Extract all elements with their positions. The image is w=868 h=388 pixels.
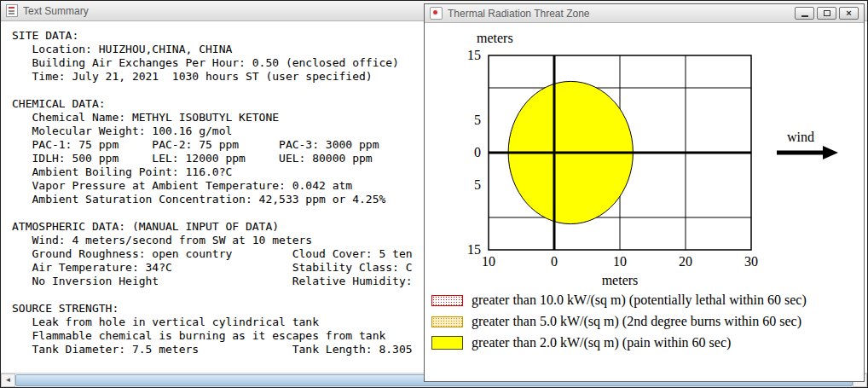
y-axis-title: meters [477,31,513,45]
legend-item-lethal: greater than 10.0 kW/(sq m) (potentially… [431,292,864,308]
legend-label-pain: greater than 2.0 kW/(sq m) (pain within … [472,335,731,350]
close-icon: × [846,9,851,18]
scroll-left-button[interactable]: ◄ [1,374,15,387]
minimize-icon [801,15,808,17]
x-tick-label: 20 [679,254,692,269]
x-tick-label: 10 [613,254,627,269]
chart-area: 1001020301550515metersmeterswind greater… [425,23,864,382]
x-tick-label: 0 [551,254,558,269]
legend-swatch-solid-yellow [431,336,463,350]
y-tick-label: 15 [467,48,481,62]
scroll-left-icon: ◄ [5,377,12,384]
legend-label-lethal: greater than 10.0 kW/(sq m) (potentially… [472,292,807,308]
x-tick-label: 30 [744,254,758,269]
y-tick-label: 0 [474,145,481,159]
text-summary-icon [6,4,18,17]
x-axis-title: meters [602,273,639,287]
legend-swatch-orange-stipple [431,316,463,327]
window-controls: × [795,7,859,20]
wind-arrow-head [823,146,838,159]
legend: greater than 10.0 kW/(sq m) (potentially… [431,292,864,350]
text-summary-title: Text Summary [23,5,89,17]
threat-zone-plot: 1001020301550515metersmeterswind [425,23,864,289]
y-tick-label: 5 [474,177,481,192]
wind-label: wind [787,130,814,144]
minimize-button[interactable] [795,7,814,20]
legend-item-pain: greater than 2.0 kW/(sq m) (pain within … [431,335,864,350]
y-tick-label: 15 [467,242,481,257]
thermal-window-title: Thermal Radiation Threat Zone [448,8,590,20]
threat-zone-window-icon [430,7,443,20]
legend-swatch-red-stipple [431,295,463,306]
maximize-button[interactable] [817,7,836,20]
legend-item-burns: greater than 5.0 kW/(sq m) (2nd degree b… [431,314,864,329]
legend-label-burns: greater than 5.0 kW/(sq m) (2nd degree b… [472,314,801,329]
x-tick-label: 10 [482,254,495,269]
close-button[interactable]: × [839,7,859,20]
y-tick-label: 5 [474,113,481,127]
thermal-window-titlebar[interactable]: Thermal Radiation Threat Zone × [425,4,864,23]
maximize-icon [824,10,830,16]
thermal-radiation-window: Thermal Radiation Threat Zone × 10010203… [424,3,865,382]
